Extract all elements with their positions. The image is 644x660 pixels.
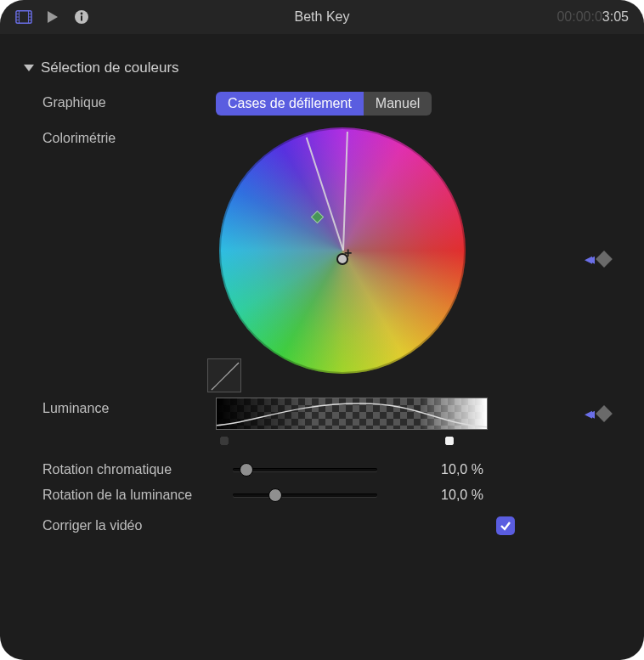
slider-thumb[interactable]: [268, 488, 282, 502]
inspector-body: Sélection de couleurs Graphique Cases de…: [0, 34, 644, 535]
chroma-rotation-value[interactable]: 10,0 %: [420, 462, 505, 477]
luminance-keyframe-controls: ◂◂: [585, 398, 636, 423]
param-row-fix-video: Corriger la vidéo: [20, 508, 636, 535]
param-row-graph: Graphique Cases de défilement Manuel: [20, 92, 636, 116]
keyframe-add-icon[interactable]: [596, 405, 613, 422]
param-row-luminance: Luminance ◂◂: [20, 398, 636, 445]
param-label-graph: Graphique: [20, 92, 216, 110]
fix-video-checkbox[interactable]: [496, 516, 515, 535]
keyframe-prev-icon[interactable]: ◂◂: [585, 404, 590, 423]
graph-mode-segmented: Cases de défilement Manuel: [216, 92, 432, 116]
svg-line-13: [212, 363, 239, 390]
keyframe-add-icon[interactable]: [596, 251, 613, 268]
luminance-handle-low[interactable]: [216, 432, 233, 449]
luminance-handle-high[interactable]: [441, 432, 458, 449]
graph-seg-manual[interactable]: Manuel: [364, 92, 432, 116]
luma-rotation-slider[interactable]: [233, 488, 377, 503]
section-header[interactable]: Sélection de couleurs: [24, 59, 636, 76]
param-label-colorimetry: Colorimétrie: [20, 127, 216, 146]
param-row-colorimetry: Colorimétrie + ◂◂: [20, 127, 636, 391]
param-label-chroma-rotation: Rotation chromatique: [20, 462, 233, 477]
chroma-rotation-slider[interactable]: [233, 462, 377, 477]
param-label-luminance: Luminance: [20, 398, 216, 416]
color-wheel[interactable]: [219, 127, 466, 374]
luma-rotation-value[interactable]: 10,0 %: [420, 488, 505, 503]
luminance-gradient-area: [216, 398, 488, 445]
luminance-gradient[interactable]: [216, 398, 488, 430]
param-label-luma-rotation: Rotation de la luminance: [20, 488, 233, 503]
colorimetry-keyframe-controls: ◂◂: [585, 250, 636, 268]
disclosure-triangle-icon[interactable]: [24, 65, 34, 71]
inspector-header: Beth Key 00:00:03:05: [0, 0, 644, 34]
param-label-fix-video: Corriger la vidéo: [20, 518, 445, 533]
param-row-chroma-rotation: Rotation chromatique 10,0 %: [20, 457, 636, 482]
keyframe-prev-icon[interactable]: ◂◂: [585, 250, 590, 268]
color-wheel-area: +: [211, 127, 474, 391]
param-row-luma-rotation: Rotation de la luminance 10,0 %: [20, 482, 636, 508]
curve-editor-button[interactable]: [207, 358, 241, 392]
slider-thumb[interactable]: [240, 463, 253, 477]
wheel-center-handle[interactable]: [336, 253, 348, 265]
graph-seg-scroll[interactable]: Cases de défilement: [216, 92, 364, 116]
clip-title: Beth Key: [0, 9, 644, 25]
section-title: Sélection de couleurs: [41, 59, 179, 76]
